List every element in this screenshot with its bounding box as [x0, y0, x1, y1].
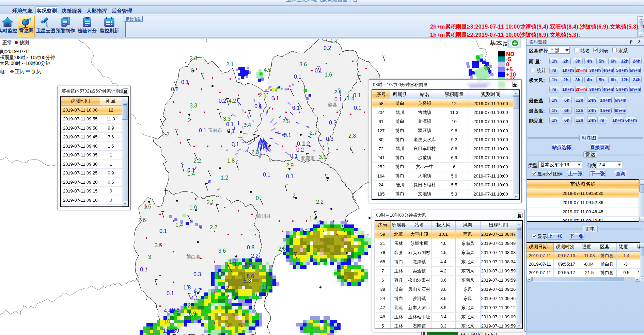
- svg-text:2.1: 2.1: [334, 89, 342, 95]
- svg-text:0.1: 0.1: [227, 128, 235, 134]
- svg-text:9.2: 9.2: [183, 303, 191, 308]
- svg-text:2.1: 2.1: [259, 93, 266, 98]
- svg-text:10: 10: [164, 319, 170, 324]
- svg-text:0.1: 0.1: [286, 173, 294, 179]
- svg-text:负闪: 负闪: [32, 69, 42, 74]
- svg-text:0.1: 0.1: [226, 121, 234, 127]
- svg-text:0.2: 0.2: [171, 86, 178, 92]
- svg-text:3.3: 3.3: [190, 103, 197, 108]
- svg-text:4.2: 4.2: [229, 98, 236, 104]
- svg-text:0.1: 0.1: [353, 93, 361, 98]
- svg-text:0.1: 0.1: [292, 105, 300, 111]
- svg-text:1.6: 1.6: [144, 204, 151, 210]
- svg-text:3.5: 3.5: [155, 242, 162, 248]
- svg-text:2: 2: [293, 193, 296, 199]
- svg-text:6.9: 6.9: [189, 311, 196, 317]
- svg-text:0.1: 0.1: [232, 141, 239, 147]
- svg-text:0.1: 0.1: [199, 128, 206, 133]
- svg-text:1.2: 1.2: [221, 175, 228, 181]
- svg-text:0.1: 0.1: [315, 68, 322, 73]
- svg-text:陆川县: 陆川县: [257, 213, 271, 219]
- svg-text:4.1: 4.1: [191, 295, 198, 301]
- svg-text:0.2: 0.2: [324, 45, 331, 51]
- svg-text:2.3: 2.3: [251, 149, 259, 155]
- svg-text:北流市: 北流市: [300, 155, 315, 161]
- svg-text:3: 3: [148, 254, 151, 260]
- svg-text:1.8: 1.8: [183, 285, 191, 290]
- svg-text:1.6: 1.6: [325, 72, 332, 78]
- svg-text:0.1: 0.1: [290, 153, 298, 159]
- svg-text:2: 2: [188, 117, 191, 123]
- svg-text:积雨量:08时～10时00分钟: 积雨量:08时～10时00分钟: [0, 55, 55, 60]
- svg-text:1.7: 1.7: [330, 39, 338, 44]
- svg-text:3.5: 3.5: [319, 154, 326, 160]
- svg-text:0.1: 0.1: [181, 79, 189, 85]
- svg-text:0.1: 0.1: [284, 132, 291, 138]
- svg-text:间:2019-07-11: 间:2019-07-11: [0, 49, 30, 54]
- svg-text:2.6: 2.6: [138, 217, 146, 223]
- svg-text:2.7: 2.7: [310, 130, 317, 136]
- svg-text:2.9: 2.9: [286, 163, 294, 168]
- svg-text:0.8: 0.8: [247, 245, 254, 250]
- svg-text:1.4: 1.4: [175, 222, 183, 228]
- svg-text:0.3: 0.3: [193, 271, 201, 277]
- svg-text:0.1: 0.1: [159, 228, 167, 234]
- svg-text:0.1: 0.1: [315, 39, 323, 40]
- svg-text:正常: 正常: [2, 40, 12, 45]
- svg-text:0.2: 0.2: [296, 147, 304, 153]
- svg-text:0.3: 0.3: [326, 136, 333, 142]
- svg-text:-11.039: -11.039: [161, 328, 179, 334]
- svg-text:0.1: 0.1: [271, 96, 279, 101]
- svg-text:4.5: 4.5: [264, 67, 271, 73]
- svg-text:5.3: 5.3: [244, 278, 251, 284]
- svg-text:博白县: 博白县: [186, 254, 201, 259]
- svg-text:3.6: 3.6: [218, 248, 226, 254]
- svg-text:大风:08时～10时00分钟: 大风:08时～10时00分钟: [0, 61, 50, 66]
- svg-text:容县: 容县: [327, 102, 337, 107]
- svg-text:2.6: 2.6: [244, 262, 252, 268]
- svg-text:2.6: 2.6: [278, 246, 286, 252]
- svg-text:0.2: 0.2: [219, 98, 226, 104]
- svg-text:0.1: 0.1: [187, 167, 195, 173]
- svg-text:3.7: 3.7: [233, 261, 240, 267]
- svg-text:3.3: 3.3: [216, 271, 224, 277]
- svg-text:0.3: 0.3: [329, 120, 336, 125]
- svg-text:0.1: 0.1: [140, 267, 147, 272]
- svg-text:3.4: 3.4: [244, 122, 251, 128]
- svg-text:2.2: 2.2: [162, 132, 169, 137]
- svg-text:0.1: 0.1: [254, 103, 262, 109]
- svg-text:2.8: 2.8: [348, 133, 356, 139]
- svg-text:12: 12: [223, 285, 229, 291]
- svg-text:1.2: 1.2: [302, 141, 310, 147]
- svg-text:2.8: 2.8: [190, 55, 197, 61]
- svg-text:0.1: 0.1: [354, 105, 361, 111]
- svg-text:2.1: 2.1: [207, 199, 214, 205]
- svg-text:正闪: 正闪: [15, 69, 25, 74]
- svg-text:2.1: 2.1: [226, 62, 234, 67]
- svg-text:2.2: 2.2: [251, 253, 258, 259]
- svg-text:9.6: 9.6: [172, 307, 179, 313]
- svg-text:0.1: 0.1: [167, 290, 174, 296]
- svg-text:电:: 电:: [0, 69, 6, 74]
- svg-text:0.1: 0.1: [294, 74, 301, 80]
- svg-text:0: 0: [256, 195, 259, 201]
- svg-text:0.1: 0.1: [334, 97, 342, 102]
- svg-text:4.4: 4.4: [164, 308, 171, 314]
- svg-text:玉林市: 玉林市: [208, 128, 222, 133]
- svg-text:0.1: 0.1: [263, 172, 270, 178]
- svg-text:2.5: 2.5: [282, 118, 290, 124]
- svg-text:2.2: 2.2: [316, 199, 324, 205]
- svg-text:缺测: 缺测: [19, 40, 29, 45]
- svg-text:3.6: 3.6: [299, 62, 307, 67]
- svg-text:1.4: 1.4: [309, 216, 317, 221]
- svg-text:基本反: 基本反: [489, 40, 509, 47]
- svg-text:1.8: 1.8: [227, 158, 235, 164]
- svg-text:极大风|风| |m/s |: 极大风|风| |m/s |: [460, 332, 497, 335]
- svg-text:0: 0: [191, 68, 194, 73]
- svg-text:3.3: 3.3: [223, 116, 231, 122]
- svg-text:1.9: 1.9: [189, 205, 197, 211]
- svg-text:11.3: 11.3: [262, 285, 272, 290]
- svg-text:2.2: 2.2: [193, 158, 201, 164]
- svg-text:2.2: 2.2: [210, 224, 217, 230]
